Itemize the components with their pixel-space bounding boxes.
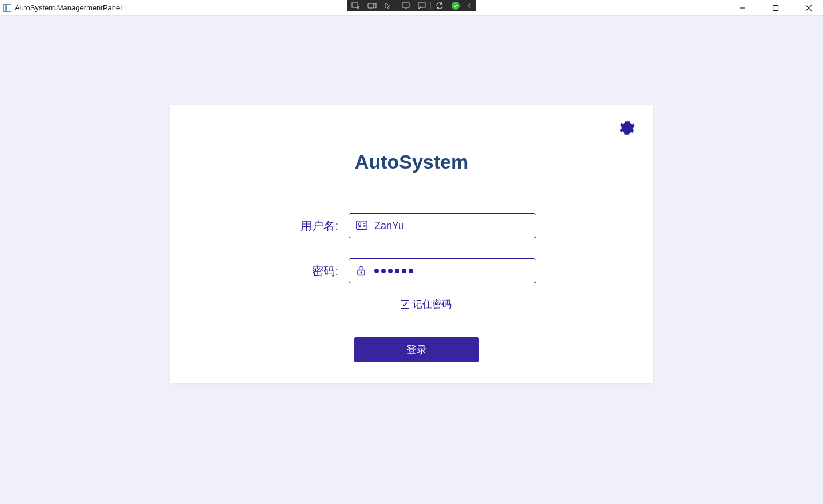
toolbar-record-icon[interactable] [365, 1, 379, 10]
content-area: AutoSystem 用户名: 密码: [0, 16, 823, 383]
svg-point-10 [359, 223, 361, 225]
minimize-button[interactable] [734, 2, 751, 14]
password-input-box[interactable] [349, 258, 536, 283]
username-input-box[interactable] [349, 213, 536, 238]
app-icon [3, 4, 11, 12]
login-card: AutoSystem 用户名: 密码: [170, 105, 653, 383]
toolbar-inspect-icon[interactable] [349, 1, 363, 10]
settings-button[interactable] [620, 120, 636, 136]
toolbar-sync-icon[interactable] [432, 1, 447, 10]
remember-checkbox[interactable] [401, 300, 409, 309]
titlebar: AutoSystem.ManagermentPanel [0, 0, 823, 16]
login-form: 用户名: 密码: [187, 213, 636, 362]
password-dot [402, 269, 406, 273]
close-button[interactable] [800, 2, 817, 14]
password-label: 密码: [287, 263, 338, 279]
window-controls [734, 2, 817, 14]
password-dot [388, 269, 393, 273]
debug-toolbar [347, 0, 476, 11]
lock-icon [356, 266, 367, 276]
app-title: AutoSystem [187, 151, 636, 173]
username-row: 用户名: [287, 213, 536, 238]
window-title: AutoSystem.ManagermentPanel [15, 3, 122, 12]
password-dot [395, 269, 399, 273]
svg-rect-6 [773, 5, 778, 10]
svg-rect-1 [368, 3, 374, 8]
password-input[interactable] [374, 269, 413, 273]
username-label: 用户名: [287, 218, 338, 234]
remember-label: 记住密码 [413, 298, 452, 311]
toolbar-screen-icon[interactable] [398, 1, 413, 10]
toolbar-divider [430, 2, 431, 10]
remember-row: 记住密码 [401, 298, 452, 311]
maximize-button[interactable] [767, 2, 784, 14]
titlebar-left: AutoSystem.ManagermentPanel [3, 3, 122, 12]
password-dot [381, 269, 386, 273]
password-dot [409, 269, 413, 273]
toolbar-pointer-icon[interactable] [381, 1, 395, 10]
gear-icon [620, 120, 636, 136]
toolbar-divider [397, 2, 397, 10]
toolbar-status-ok-icon[interactable] [448, 1, 463, 10]
toolbar-cast-icon[interactable] [414, 1, 429, 10]
username-input[interactable] [374, 220, 529, 232]
id-card-icon [356, 221, 367, 231]
svg-rect-4 [418, 3, 425, 7]
password-row: 密码: [287, 258, 536, 283]
svg-rect-2 [402, 3, 409, 7]
toolbar-chevron-left-icon[interactable] [464, 1, 474, 10]
login-button[interactable]: 登录 [354, 337, 479, 362]
check-icon [402, 301, 408, 307]
password-dot [374, 269, 379, 273]
